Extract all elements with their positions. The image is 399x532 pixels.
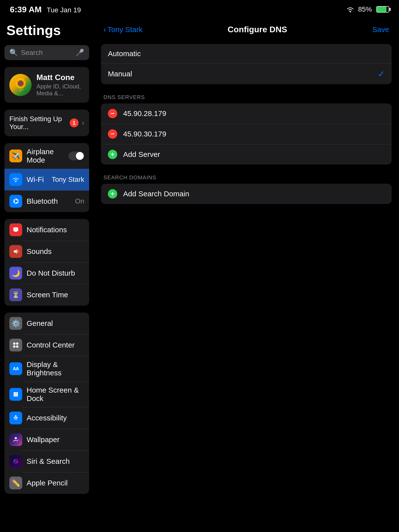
airplane-mode-toggle[interactable] [68, 151, 84, 160]
wifi-label: Wi-Fi [27, 175, 47, 184]
add-search-domain-label: Add Search Domain [123, 190, 189, 198]
notifications-icon [9, 223, 22, 236]
svg-rect-2 [13, 227, 18, 231]
dns-servers-section-label: DNS SERVERS [101, 94, 392, 100]
remove-server-1-button[interactable]: − [108, 109, 117, 118]
dns-server-1-address: 45.90.28.179 [123, 109, 166, 118]
profile-card[interactable]: 🌻 Matt Cone Apple ID, iCloud, Media &... [4, 67, 89, 103]
svg-point-5 [13, 342, 16, 345]
notification-bell-icon [12, 226, 19, 233]
sidebar-item-sounds[interactable]: Sounds [4, 241, 89, 262]
dns-mode-manual[interactable]: Manual ✓ [101, 63, 392, 84]
svg-point-16 [15, 395, 17, 397]
wifi-symbol [12, 177, 19, 182]
settings-sidebar: Settings 🔍 Search 🎤 🌻 Matt Cone Apple ID… [0, 17, 94, 532]
dns-mode-automatic[interactable]: Automatic [101, 44, 392, 63]
search-icon: 🔍 [9, 49, 18, 57]
svg-point-6 [16, 342, 18, 345]
display-brightness-label: Display & Brightness [27, 360, 84, 377]
status-date: Tue Jan 19 [47, 6, 81, 14]
bluetooth-value: On [75, 197, 84, 205]
svg-point-0 [349, 11, 351, 12]
microphone-icon[interactable]: 🎤 [76, 49, 84, 57]
notifications-label: Notifications [27, 226, 84, 234]
finish-banner-badge: 1 [70, 118, 79, 127]
sidebar-item-do-not-disturb[interactable]: 🌙 Do Not Disturb [4, 262, 89, 284]
control-center-symbol [12, 342, 19, 349]
svg-point-18 [15, 415, 17, 417]
connectivity-group: ✈️ Airplane Mode Wi-Fi Tony Stark [4, 143, 89, 212]
svg-point-8 [16, 345, 18, 348]
sidebar-item-general[interactable]: ⚙️ General [4, 313, 89, 334]
search-domains-section-label: SEARCH DOMAINS [101, 174, 392, 181]
profile-subtitle: Apple ID, iCloud, Media &... [36, 83, 84, 97]
bluetooth-label: Bluetooth [27, 197, 71, 205]
sidebar-item-home-screen-dock[interactable]: Home Screen & Dock [4, 382, 89, 407]
automatic-label: Automatic [108, 50, 141, 58]
sidebar-item-accessibility[interactable]: Accessibility [4, 407, 89, 429]
accessibility-label: Accessibility [27, 414, 84, 422]
battery-icon [376, 6, 389, 13]
bluetooth-icon: ⌬ [9, 195, 22, 208]
wallpaper-symbol [12, 436, 19, 443]
add-server-button[interactable]: + [108, 150, 117, 159]
wifi-icon [9, 173, 22, 186]
dns-servers-section: − 45.90.28.179 − 45.90.30.179 + Add Serv… [101, 103, 392, 165]
sidebar-item-screen-time[interactable]: ⏳ Screen Time [4, 284, 89, 306]
add-search-domain-button[interactable]: + [108, 189, 117, 199]
page-title: Configure DNS [228, 25, 287, 34]
save-button[interactable]: Save [372, 25, 389, 34]
sounds-speaker-icon [12, 248, 19, 255]
search-bar[interactable]: 🔍 Search 🎤 [4, 45, 89, 60]
sidebar-item-apple-pencil[interactable]: ✏️ Apple Pencil [4, 472, 89, 494]
wifi-status-icon [346, 6, 355, 13]
dns-server-2-address: 45.90.30.179 [123, 130, 166, 138]
chevron-right-icon: › [82, 119, 84, 127]
configure-dns-panel: ‹ Tony Stark Configure DNS Save Automati… [94, 17, 399, 532]
sidebar-item-control-center[interactable]: Control Center [4, 334, 89, 356]
settings-title: Settings [4, 22, 89, 38]
remove-server-2-button[interactable]: − [108, 129, 117, 139]
do-not-disturb-label: Do Not Disturb [27, 269, 84, 277]
display-brightness-icon: AA [9, 362, 22, 375]
svg-point-13 [15, 394, 17, 395]
add-search-domain-row[interactable]: + Add Search Domain [101, 184, 392, 204]
status-time-date: 6:39 AM Tue Jan 19 [10, 5, 81, 14]
sidebar-item-airplane-mode[interactable]: ✈️ Airplane Mode [4, 143, 89, 169]
dns-server-1[interactable]: − 45.90.28.179 [101, 103, 392, 124]
wifi-value: Tony Stark [52, 176, 84, 183]
manual-label: Manual [108, 70, 132, 78]
sidebar-item-bluetooth[interactable]: ⌬ Bluetooth On [4, 190, 89, 212]
svg-point-9 [14, 392, 15, 394]
svg-point-19 [15, 437, 17, 439]
sidebar-item-notifications[interactable]: Notifications [4, 219, 89, 241]
search-input[interactable]: Search [21, 49, 73, 57]
system-group-2: ⚙️ General Control Center AA Display & B… [4, 313, 89, 494]
home-screen-symbol [12, 391, 19, 398]
profile-info: Matt Cone Apple ID, iCloud, Media &... [36, 73, 84, 97]
svg-rect-3 [15, 231, 17, 232]
airplane-mode-label: Airplane Mode [27, 148, 64, 164]
back-label: Tony Stark [108, 25, 143, 34]
dns-server-2[interactable]: − 45.90.30.179 [101, 124, 392, 144]
general-icon: ⚙️ [9, 317, 22, 330]
screen-time-label: Screen Time [27, 291, 84, 299]
accessibility-icon [9, 412, 22, 424]
sidebar-item-siri-search[interactable]: Siri & Search [4, 450, 89, 472]
finish-setup-banner[interactable]: Finish Setting Up Your... 1 › [4, 110, 89, 136]
sidebar-item-wallpaper[interactable]: Wallpaper [4, 429, 89, 450]
airplane-mode-icon: ✈️ [9, 150, 22, 162]
svg-point-17 [17, 395, 18, 397]
sidebar-item-wifi[interactable]: Wi-Fi Tony Stark [4, 169, 89, 190]
sounds-label: Sounds [27, 247, 84, 256]
siri-symbol [12, 458, 19, 465]
add-server-row[interactable]: + Add Server [101, 144, 392, 165]
status-icons: 85% [346, 5, 389, 13]
home-screen-dock-label: Home Screen & Dock [27, 386, 84, 403]
battery-percent: 85% [358, 5, 372, 13]
sidebar-item-display-brightness[interactable]: AA Display & Brightness [4, 356, 89, 382]
screen-time-icon: ⏳ [9, 288, 22, 301]
siri-icon [9, 455, 22, 468]
back-button[interactable]: ‹ Tony Stark [103, 25, 142, 34]
svg-point-11 [17, 392, 18, 394]
